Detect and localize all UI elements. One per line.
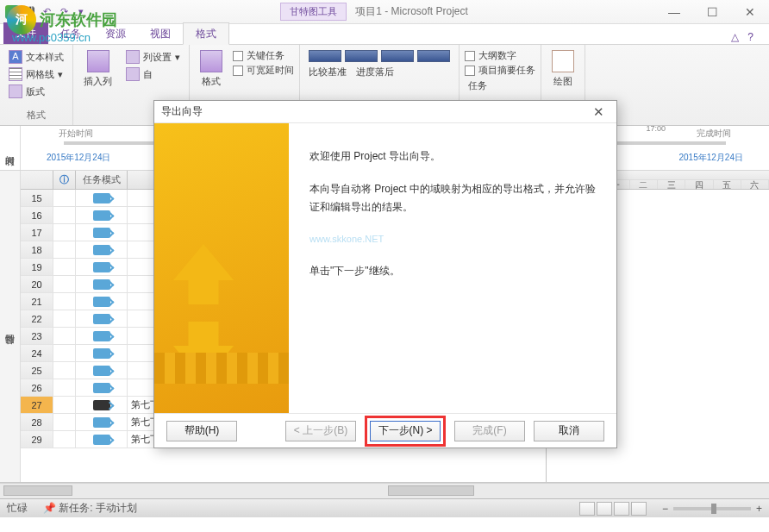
- help-button[interactable]: 帮助(H): [166, 421, 237, 441]
- help-icon[interactable]: ?: [747, 31, 753, 43]
- wizard-text-3: 单击"下一步"继续。: [309, 262, 596, 281]
- row-number[interactable]: 20: [21, 276, 53, 292]
- row-number[interactable]: 25: [21, 362, 53, 379]
- tab-format[interactable]: 格式: [183, 22, 229, 45]
- tab-file[interactable]: 文件: [3, 22, 48, 44]
- info-cell[interactable]: [53, 241, 76, 258]
- mode-cell[interactable]: [76, 224, 128, 241]
- task-button[interactable]: 任务: [465, 78, 535, 94]
- info-cell[interactable]: [53, 207, 76, 223]
- start-date: 2015年12月24日: [47, 152, 111, 164]
- mode-cell[interactable]: [76, 241, 128, 258]
- info-cell[interactable]: [53, 431, 76, 448]
- slack-checkbox[interactable]: 可宽延时间: [233, 63, 294, 78]
- column-settings-button[interactable]: 列设置▾: [122, 48, 184, 66]
- info-cell[interactable]: [53, 259, 76, 275]
- tab-task[interactable]: 任务: [48, 23, 93, 44]
- zoom-slider[interactable]: −+: [662, 503, 762, 515]
- gridlines-button[interactable]: 网格线▾: [5, 66, 67, 83]
- start-time-label: 开始时间: [59, 128, 93, 140]
- col-info[interactable]: ⓘ: [53, 171, 76, 189]
- mode-cell[interactable]: [76, 207, 128, 223]
- info-cell[interactable]: [53, 345, 76, 361]
- critical-checkbox[interactable]: 关键任务: [233, 48, 294, 63]
- row-number[interactable]: 18: [21, 241, 53, 258]
- info-cell[interactable]: [53, 293, 76, 310]
- minimize-button[interactable]: —: [655, 2, 693, 22]
- mode-cell[interactable]: [76, 328, 128, 344]
- next-button[interactable]: 下一步(N) >: [370, 421, 441, 441]
- mode-cell[interactable]: [76, 397, 128, 413]
- qat-undo-icon[interactable]: ↶: [40, 5, 53, 19]
- col-mode[interactable]: 任务模式: [76, 171, 128, 189]
- view-buttons[interactable]: [579, 502, 647, 516]
- mode-cell[interactable]: [76, 362, 128, 379]
- row-number[interactable]: 24: [21, 345, 53, 361]
- info-cell[interactable]: [53, 362, 76, 379]
- ribbon-tabs: 文件 任务 资源 视图 格式: [0, 24, 769, 45]
- status-newtask[interactable]: 📌 新任务: 手动计划: [43, 501, 137, 516]
- end-date: 2015年12月24日: [679, 152, 744, 164]
- h-scrollbar[interactable]: [0, 483, 769, 498]
- row-number[interactable]: 27: [21, 397, 53, 413]
- row-number[interactable]: 22: [21, 310, 53, 327]
- mode-cell[interactable]: [76, 276, 128, 292]
- info-cell[interactable]: [53, 276, 76, 292]
- qat-redo-icon[interactable]: ↷: [57, 5, 71, 19]
- row-number[interactable]: 28: [21, 414, 53, 430]
- draw-button[interactable]: 绘图: [547, 48, 579, 90]
- row-number[interactable]: 26: [21, 379, 53, 396]
- row-number[interactable]: 21: [21, 293, 53, 310]
- auto-button[interactable]: 自: [122, 66, 184, 83]
- titlebar: 💾 ↶ ↷ ▾ 甘特图工具 项目1 - Microsoft Project — …: [0, 0, 769, 24]
- info-cell[interactable]: [53, 397, 76, 413]
- info-cell[interactable]: [53, 190, 76, 206]
- status-bar: 忙碌 📌 新任务: 手动计划 −+: [0, 498, 769, 517]
- row-number[interactable]: 19: [21, 259, 53, 275]
- info-cell[interactable]: [53, 379, 76, 396]
- col-rownum[interactable]: [21, 171, 53, 189]
- close-button[interactable]: ✕: [731, 2, 769, 22]
- info-cell[interactable]: [53, 310, 76, 327]
- baseline-label: 比较基准 进度落后: [305, 64, 453, 80]
- mode-cell[interactable]: [76, 345, 128, 361]
- wizard-text-2: 本向导自动将 Project 中的域映射为相应的导出格式，并允许验证和编辑导出的…: [309, 180, 596, 217]
- summary-task-checkbox[interactable]: 项目摘要任务: [465, 63, 535, 78]
- layout-button[interactable]: 版式: [5, 83, 67, 100]
- end-time-label: 完成时间: [697, 128, 731, 140]
- dialog-close-button[interactable]: ✕: [588, 104, 610, 120]
- insert-column-button[interactable]: 插入列: [78, 48, 117, 90]
- qat-dropdown-icon[interactable]: ▾: [74, 5, 88, 19]
- mode-cell[interactable]: [76, 190, 128, 206]
- baseline-gallery[interactable]: [305, 48, 453, 64]
- mode-cell[interactable]: [76, 431, 128, 448]
- row-number[interactable]: 29: [21, 431, 53, 448]
- text-style-button[interactable]: A文本样式: [5, 48, 67, 66]
- tab-resource[interactable]: 资源: [93, 23, 138, 44]
- row-number[interactable]: 16: [21, 207, 53, 223]
- outline-number-checkbox[interactable]: 大纲数字: [465, 48, 535, 63]
- mode-cell[interactable]: [76, 414, 128, 430]
- format-button[interactable]: 格式: [195, 48, 228, 90]
- qat-save-icon[interactable]: 💾: [22, 5, 36, 19]
- tab-view[interactable]: 视图: [138, 23, 183, 44]
- next-button-highlight: 下一步(N) >: [365, 416, 446, 447]
- export-wizard-dialog: 导出向导 ✕ 欢迎使用 Project 导出向导。 本向导自动将 Project…: [153, 100, 617, 448]
- wizard-watermark: www.skkone.NET: [309, 231, 596, 248]
- maximize-button[interactable]: ☐: [693, 2, 731, 22]
- group-format-label: 格式: [5, 107, 67, 123]
- ribbon-minimize-icon[interactable]: △: [731, 31, 739, 43]
- mode-cell[interactable]: [76, 310, 128, 327]
- info-cell[interactable]: [53, 414, 76, 430]
- mode-cell[interactable]: [76, 259, 128, 275]
- row-number[interactable]: 17: [21, 224, 53, 241]
- cancel-button[interactable]: 取消: [534, 421, 604, 441]
- info-cell[interactable]: [53, 328, 76, 344]
- mode-cell[interactable]: [76, 379, 128, 396]
- mode-cell[interactable]: [76, 293, 128, 310]
- contextual-tab-label: 甘特图工具: [280, 3, 347, 21]
- back-button: < 上一步(B): [285, 421, 356, 441]
- info-cell[interactable]: [53, 224, 76, 241]
- row-number[interactable]: 15: [21, 190, 53, 206]
- row-number[interactable]: 23: [21, 328, 53, 344]
